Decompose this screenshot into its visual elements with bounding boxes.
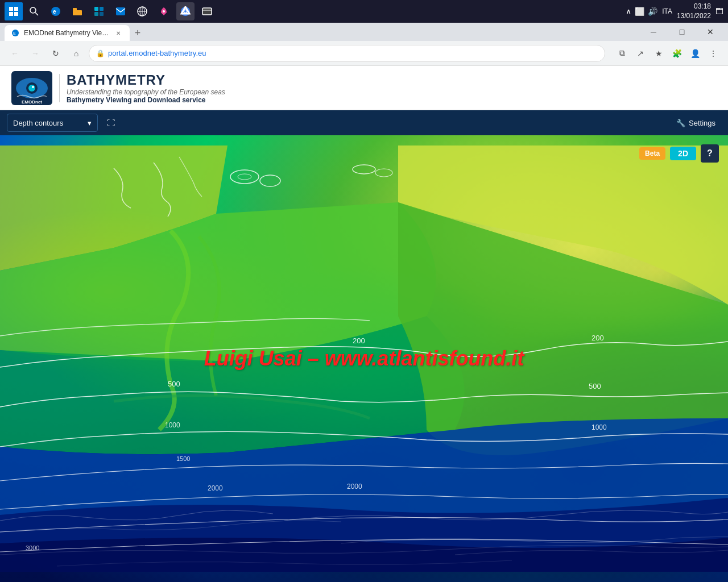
- svg-rect-10: [94, 7, 98, 11]
- taskbar-edge-icon[interactable]: e: [47, 2, 65, 20]
- taskbar-world-icon[interactable]: [133, 2, 151, 20]
- language-indicator: ITA: [662, 7, 672, 15]
- volume-icon[interactable]: 🔊: [648, 7, 657, 16]
- map-controls: Beta 2D ?: [639, 144, 719, 163]
- svg-rect-3: [14, 12, 18, 16]
- svg-point-4: [30, 7, 36, 13]
- taskbar-store-icon[interactable]: [90, 2, 108, 20]
- profile-btn[interactable]: 👤: [687, 45, 703, 61]
- settings-label: Settings: [689, 119, 715, 127]
- beta-badge: Beta: [639, 147, 665, 160]
- refresh-button[interactable]: ↻: [48, 45, 64, 61]
- system-tray: ∧ ⬜ 🔊: [626, 7, 657, 16]
- dropdown-arrow-icon: ▾: [88, 119, 92, 127]
- address-actions: ⧉ ↗ ★ 🧩 👤 ⋮: [614, 45, 721, 61]
- home-button[interactable]: ⌂: [68, 45, 84, 61]
- depth-contours-label: Depth contours: [13, 119, 63, 127]
- url-text: portal.emodnet-bathymetry.eu: [108, 49, 598, 57]
- svg-rect-1: [14, 7, 18, 11]
- toolbar: Depth contours ▾ ⛶ 🔧 Settings: [0, 110, 728, 135]
- svg-point-22: [184, 10, 187, 13]
- close-button[interactable]: ✕: [697, 23, 723, 41]
- system-clock: 03:18 13/01/2022: [677, 2, 711, 21]
- forward-button[interactable]: →: [27, 45, 43, 61]
- 2d-view-button[interactable]: 2D: [670, 147, 696, 160]
- app-header: EMODnet BATHYMETRY Understanding the top…: [0, 66, 728, 110]
- logo-area: EMODnet BATHYMETRY Understanding the top…: [11, 71, 225, 105]
- svg-line-5: [35, 13, 38, 15]
- minimize-button[interactable]: ─: [640, 23, 667, 41]
- share-btn[interactable]: ↗: [632, 45, 648, 61]
- address-bar: ← → ↻ ⌂ 🔒 portal.emodnet-bathymetry.eu ⧉…: [0, 41, 728, 66]
- extensions-btn[interactable]: 🧩: [669, 45, 685, 61]
- chevron-icon[interactable]: ∧: [626, 7, 631, 16]
- notifications-icon[interactable]: 🗔: [715, 7, 723, 16]
- start-button[interactable]: [5, 2, 23, 20]
- svg-rect-9: [73, 10, 82, 15]
- taskbar-icons: e: [25, 2, 626, 20]
- tab-close-button[interactable]: ✕: [114, 28, 123, 38]
- display-icon[interactable]: ⬜: [635, 7, 644, 16]
- taskbar-search-icon[interactable]: [25, 2, 43, 20]
- bookmark-btn[interactable]: ★: [651, 45, 667, 61]
- tab-bar: E EMODnet Bathymetry Viewing a... ✕ +: [5, 23, 146, 41]
- tab-favicon: E: [11, 29, 19, 37]
- window-controls: ─ □ ✕: [640, 23, 723, 41]
- svg-text:e: e: [53, 9, 56, 15]
- svg-point-30: [28, 85, 35, 92]
- security-lock-icon: 🔒: [96, 49, 105, 57]
- settings-wrench-icon: 🔧: [676, 119, 685, 127]
- taskbar-app-icon[interactable]: [155, 2, 173, 20]
- svg-text:EMODnet: EMODnet: [22, 99, 42, 105]
- screenshot-btn[interactable]: ⧉: [614, 45, 630, 61]
- tab-title: EMODnet Bathymetry Viewing a...: [24, 29, 109, 37]
- help-button[interactable]: ?: [701, 144, 719, 163]
- svg-point-31: [32, 86, 34, 88]
- new-tab-button[interactable]: +: [130, 25, 146, 41]
- svg-point-19: [163, 10, 165, 13]
- svg-rect-13: [100, 12, 104, 16]
- settings-button[interactable]: 🔧 Settings: [671, 114, 721, 132]
- app-subtitle: Understanding the topography of the Euro…: [67, 88, 225, 96]
- emodnet-logo: EMODnet: [11, 71, 52, 105]
- svg-rect-12: [94, 12, 98, 16]
- browser-window: E EMODnet Bathymetry Viewing a... ✕ + ─ …: [0, 23, 728, 582]
- depth-gradient: [0, 135, 728, 582]
- taskbar-chrome-icon[interactable]: [176, 2, 195, 20]
- depth-contours-dropdown[interactable]: Depth contours ▾: [7, 114, 98, 132]
- svg-rect-14: [116, 7, 125, 15]
- active-tab[interactable]: E EMODnet Bathymetry Viewing a... ✕: [5, 25, 130, 41]
- svg-rect-23: [202, 8, 212, 15]
- browser-titlebar: E EMODnet Bathymetry Viewing a... ✕ + ─ …: [0, 23, 728, 41]
- svg-rect-11: [100, 7, 104, 11]
- maximize-button[interactable]: □: [669, 23, 695, 41]
- app-title: BATHYMETRY: [67, 72, 225, 88]
- taskbar-browser-icon[interactable]: [198, 2, 216, 20]
- logo-divider: [59, 74, 60, 102]
- app-service: Bathymetry Viewing and Download service: [67, 96, 225, 104]
- url-bar[interactable]: 🔒 portal.emodnet-bathymetry.eu: [89, 45, 605, 62]
- svg-rect-0: [9, 7, 13, 11]
- map-container[interactable]: 200 200 500 500 1000 1000 1500 2000 2000…: [0, 135, 728, 582]
- expand-button[interactable]: ⛶: [102, 114, 119, 131]
- svg-text:E: E: [13, 31, 16, 35]
- svg-rect-2: [9, 12, 13, 16]
- logo-text: BATHYMETRY Understanding the topography …: [67, 72, 225, 104]
- menu-btn[interactable]: ⋮: [705, 45, 721, 61]
- taskbar-mail-icon[interactable]: [111, 2, 130, 20]
- taskbar-right: ∧ ⬜ 🔊 ITA 03:18 13/01/2022 🗔: [626, 2, 723, 21]
- windows-taskbar: e ∧ ⬜ 🔊: [0, 0, 728, 23]
- back-button[interactable]: ←: [7, 45, 23, 61]
- taskbar-explorer-icon[interactable]: [68, 2, 86, 20]
